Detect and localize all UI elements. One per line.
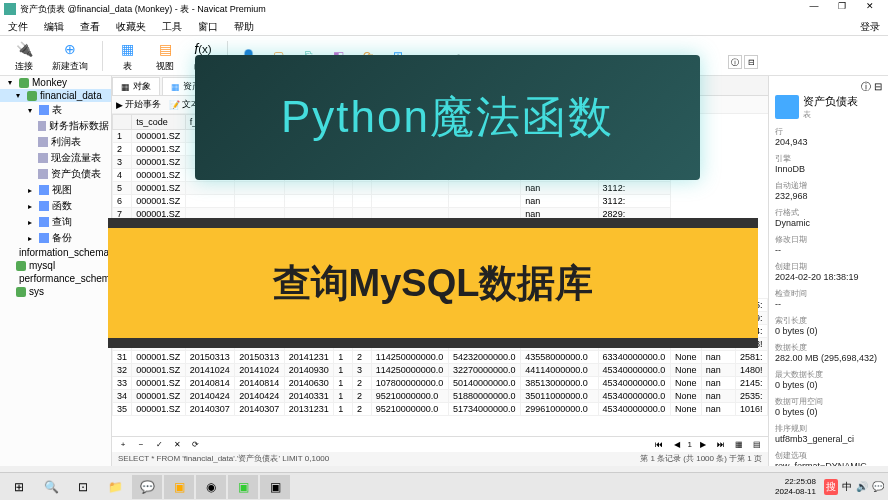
tray-icon[interactable]: 🔊 [856, 481, 868, 492]
tree-table-item[interactable]: 现金流量表 [0, 150, 111, 166]
table-icon: ▦ [171, 82, 180, 92]
table-button[interactable]: ▦ 表 [109, 37, 145, 75]
table-row[interactable]: 31000001.SZ20150313201503132014123112114… [113, 351, 768, 364]
nav-refresh[interactable]: ⟳ [188, 440, 202, 449]
tree-db-item[interactable]: information_schema [0, 246, 111, 259]
search-button[interactable]: 🔍 [36, 475, 66, 499]
tree-queries[interactable]: ▸查询 [0, 214, 111, 230]
start-button[interactable]: ⊞ [4, 475, 34, 499]
close-button[interactable]: ✕ [856, 1, 884, 17]
table-leaf-icon [38, 153, 48, 163]
obs-button[interactable]: ◉ [196, 475, 226, 499]
nav-del[interactable]: − [134, 440, 148, 449]
view-label: 视图 [156, 60, 174, 73]
connect-label: 连接 [15, 60, 33, 73]
newquery-label: 新建查询 [52, 60, 88, 73]
table-row[interactable]: 6000001.SZnan3112: [113, 195, 768, 208]
column-header[interactable] [113, 115, 132, 130]
menu-tools[interactable]: 工具 [154, 20, 190, 34]
maximize-button[interactable]: ❐ [828, 1, 856, 17]
database-icon [16, 287, 26, 297]
overlay-python: Python魔法函数 [195, 55, 700, 180]
menu-view[interactable]: 查看 [72, 20, 108, 34]
properties-panel: ⓘ ⊟ 资产负债表 表 行204,943 引擎InnoDB 自动递增232,96… [768, 76, 888, 466]
tree-db-item[interactable]: mysql [0, 259, 111, 272]
table-row[interactable]: 35000001.SZ20140307201403072013123112952… [113, 403, 768, 416]
table-row[interactable]: 32000001.SZ20141024201410242014093013114… [113, 364, 768, 377]
play-icon: ▶ [116, 100, 123, 110]
tree-table-item[interactable]: 利润表 [0, 134, 111, 150]
tree-db-item[interactable]: performance_schema [0, 272, 111, 285]
menu-window[interactable]: 窗口 [190, 20, 226, 34]
nav-prev[interactable]: ◀ [670, 440, 684, 449]
table-icon: ▦ [117, 39, 137, 59]
database-icon [16, 261, 26, 271]
nav-check[interactable]: ✓ [152, 440, 166, 449]
nav-first[interactable]: ⏮ [652, 440, 666, 449]
taskview-button[interactable]: ⊡ [68, 475, 98, 499]
app-icon [4, 3, 16, 15]
tree-funcs[interactable]: ▸函数 [0, 198, 111, 214]
folder-icon [39, 217, 49, 227]
tree-table-item[interactable]: 资产负债表 [0, 166, 111, 182]
table-leaf-icon [38, 137, 48, 147]
view-icon: ▤ [155, 39, 175, 59]
table-row[interactable]: 33000001.SZ20140814201408142014063012107… [113, 377, 768, 390]
menu-edit[interactable]: 编辑 [36, 20, 72, 34]
menu-help[interactable]: 帮助 [226, 20, 262, 34]
nav-cancel[interactable]: ✕ [170, 440, 184, 449]
tree-table-item[interactable]: 财务指标数据 [0, 118, 111, 134]
other-button[interactable]: ▣ [260, 475, 290, 499]
nav-next[interactable]: ▶ [696, 440, 710, 449]
minimize-button[interactable]: — [800, 1, 828, 17]
panel-info-icon[interactable]: ⓘ [861, 81, 871, 92]
text-icon: 📝 [169, 100, 180, 110]
navicat-button[interactable]: ▣ [164, 475, 194, 499]
database-icon [27, 91, 37, 101]
pycharm-button[interactable]: ▣ [228, 475, 258, 499]
tree-root[interactable]: ▾Monkey [0, 76, 111, 89]
column-header[interactable]: ts_code [132, 115, 186, 130]
grid-icon: ▦ [121, 82, 130, 92]
newquery-button[interactable]: ⊕ 新建查询 [44, 37, 96, 75]
connection-tree: ▾Monkey ▾financial_data ▾表 财务指标数据 利润表 现金… [0, 76, 112, 466]
table-row[interactable]: 34000001.SZ20140424201404242014033112952… [113, 390, 768, 403]
tree-db-item[interactable]: sys [0, 285, 111, 298]
system-tray[interactable]: 搜 中 🔊 💬 [824, 479, 884, 495]
server-icon [19, 78, 29, 88]
pager-close[interactable]: ⊟ [744, 55, 758, 69]
status-records: 第 1 条记录 (共 1000 条) 于第 1 页 [640, 453, 762, 465]
folder-icon [39, 185, 49, 195]
menu-favorites[interactable]: 收藏夹 [108, 20, 154, 34]
tree-views[interactable]: ▸视图 [0, 182, 111, 198]
notif-icon[interactable]: 💬 [872, 481, 884, 492]
nav-form-mode[interactable]: ▤ [750, 440, 764, 449]
table-leaf-icon [38, 169, 48, 179]
clock[interactable]: 22:25:08 2024-08-11 [769, 477, 822, 496]
tree-backups[interactable]: ▸备份 [0, 230, 111, 246]
table-label: 表 [123, 60, 132, 73]
tray-icon[interactable]: 中 [842, 480, 852, 494]
pager-info[interactable]: ⓘ [728, 55, 742, 69]
tree-tables[interactable]: ▾表 [0, 102, 111, 118]
login-button[interactable]: 登录 [852, 20, 888, 34]
view-button[interactable]: ▤ 视图 [147, 37, 183, 75]
prop-title: 资产负债表 [803, 94, 858, 109]
ime-icon[interactable]: 搜 [824, 479, 838, 495]
subtab-begin[interactable]: ▶开始事务 [116, 98, 161, 111]
connect-button[interactable]: 🔌 连接 [6, 37, 42, 75]
nav-last[interactable]: ⏭ [714, 440, 728, 449]
table-leaf-icon [38, 121, 46, 131]
record-navigator: + − ✓ ✕ ⟳ ⏮ ◀ 1 ▶ ⏭ ▦ ▤ [112, 436, 768, 452]
table-row[interactable]: 5000001.SZnan3112: [113, 182, 768, 195]
query-icon: ⊕ [60, 39, 80, 59]
nav-add[interactable]: + [116, 440, 130, 449]
explorer-button[interactable]: 📁 [100, 475, 130, 499]
panel-close-icon[interactable]: ⊟ [874, 81, 882, 92]
folder-icon [39, 105, 49, 115]
menu-file[interactable]: 文件 [0, 20, 36, 34]
nav-grid-mode[interactable]: ▦ [732, 440, 746, 449]
wechat-button[interactable]: 💬 [132, 475, 162, 499]
tab-objects[interactable]: ▦对象 [112, 77, 160, 95]
tree-db[interactable]: ▾financial_data [0, 89, 111, 102]
